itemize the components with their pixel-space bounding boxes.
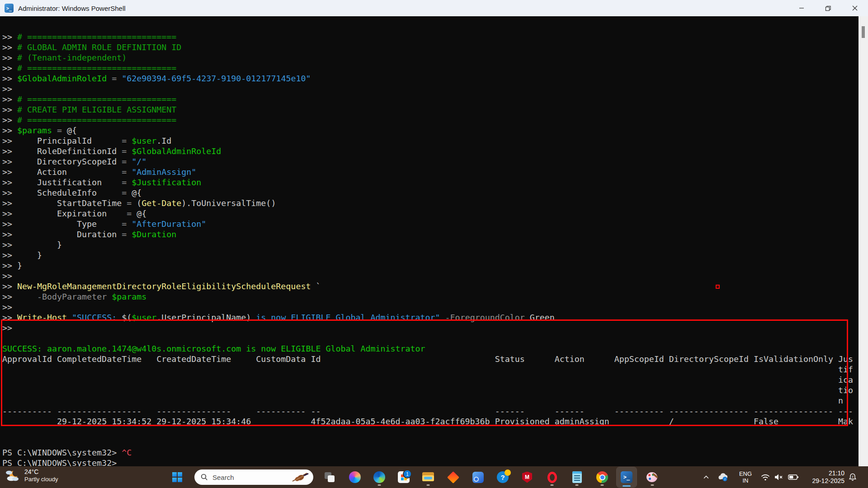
powershell-taskbar-button[interactable]: >_	[617, 467, 637, 487]
search-box[interactable]: Search	[194, 469, 313, 485]
weather-condition: Partly cloudy	[24, 476, 58, 483]
console-scrollbar[interactable]	[859, 16, 868, 466]
restore-icon	[825, 5, 831, 11]
chrome-button[interactable]	[593, 468, 611, 486]
onedrive-icon: i	[717, 472, 729, 482]
get-help-button[interactable]: ?	[494, 468, 512, 486]
minimize-button[interactable]	[788, 0, 815, 16]
active-app-indicator	[623, 485, 631, 487]
wifi-tray-button[interactable]	[760, 466, 771, 488]
chrome-icon	[596, 471, 608, 483]
get-help-icon: ?	[497, 471, 509, 483]
store-button[interactable]: 1	[395, 468, 413, 486]
red-diamond-app-button[interactable]	[444, 468, 462, 486]
start-button[interactable]	[168, 468, 186, 486]
file-explorer-icon	[422, 472, 434, 482]
task-view-button[interactable]	[321, 468, 339, 486]
red-annotation-rectangle	[1, 319, 848, 426]
tray-date: 29-12-2025	[812, 477, 844, 485]
search-icon	[201, 474, 208, 481]
tray-chevron-button[interactable]	[701, 466, 712, 488]
edge-icon	[373, 471, 385, 483]
help-notification-dot	[505, 469, 511, 476]
bell-dnd-icon: z	[848, 473, 857, 482]
copilot-icon	[349, 471, 361, 483]
weather-temperature: 24°C	[24, 468, 58, 476]
notepad-button[interactable]	[568, 468, 586, 486]
red-diamond-app-icon	[447, 471, 459, 483]
powershell-icon: >_	[621, 471, 632, 483]
store-notification-badge: 1	[403, 469, 412, 479]
taskbar: 24°C Partly cloudy Search	[0, 466, 868, 488]
battery-tray-button[interactable]	[787, 466, 800, 488]
windows-start-icon	[172, 472, 182, 482]
powershell-titlebar-icon: >_	[5, 4, 14, 13]
wifi-icon	[760, 473, 770, 481]
mcafee-button[interactable]: M	[518, 468, 536, 486]
svg-text:z: z	[852, 475, 854, 478]
file-explorer-button[interactable]	[419, 468, 437, 486]
paint-icon	[646, 471, 658, 483]
notepad-icon	[572, 471, 582, 483]
window-title: Administrator: Windows PowerShell	[18, 5, 126, 12]
chevron-up-icon	[703, 474, 710, 481]
restore-button[interactable]	[815, 0, 841, 16]
search-input[interactable]: Search	[212, 474, 291, 481]
task-view-icon	[324, 472, 335, 483]
battery-icon	[788, 474, 799, 481]
weather-widget[interactable]: 24°C Partly cloudy	[5, 468, 58, 483]
onedrive-tray-button[interactable]: i	[716, 466, 730, 488]
mcafee-icon: M	[522, 472, 532, 483]
close-button[interactable]	[841, 0, 868, 16]
notification-center-button[interactable]: z	[846, 466, 859, 488]
volume-muted-icon	[774, 473, 784, 481]
scrollbar-thumb[interactable]	[862, 26, 865, 38]
language-line2: IN	[739, 477, 752, 484]
paint-button[interactable]	[643, 468, 661, 486]
violin-image	[291, 472, 310, 483]
minimize-icon	[799, 5, 804, 11]
microsoft-store-icon: 1	[398, 471, 410, 483]
close-icon	[852, 5, 858, 11]
edge-button[interactable]	[370, 468, 388, 486]
opera-button[interactable]	[543, 468, 561, 486]
language-indicator[interactable]: ENG IN	[737, 466, 754, 488]
outlook-icon	[472, 472, 484, 483]
volume-tray-button[interactable]	[773, 466, 785, 488]
opera-icon	[547, 472, 557, 483]
red-annotation-dot	[716, 285, 720, 289]
window-controls	[788, 0, 868, 16]
outlook-button[interactable]	[469, 468, 487, 486]
titlebar: >_ Administrator: Windows PowerShell	[0, 0, 868, 16]
copilot-button[interactable]	[346, 468, 364, 486]
language-line1: ENG	[739, 470, 752, 477]
partly-cloudy-night-icon	[5, 469, 21, 483]
tray-time: 21:10	[812, 469, 844, 477]
clock[interactable]: 21:10 29-12-2025	[812, 466, 844, 488]
svg-text:i: i	[725, 477, 726, 481]
